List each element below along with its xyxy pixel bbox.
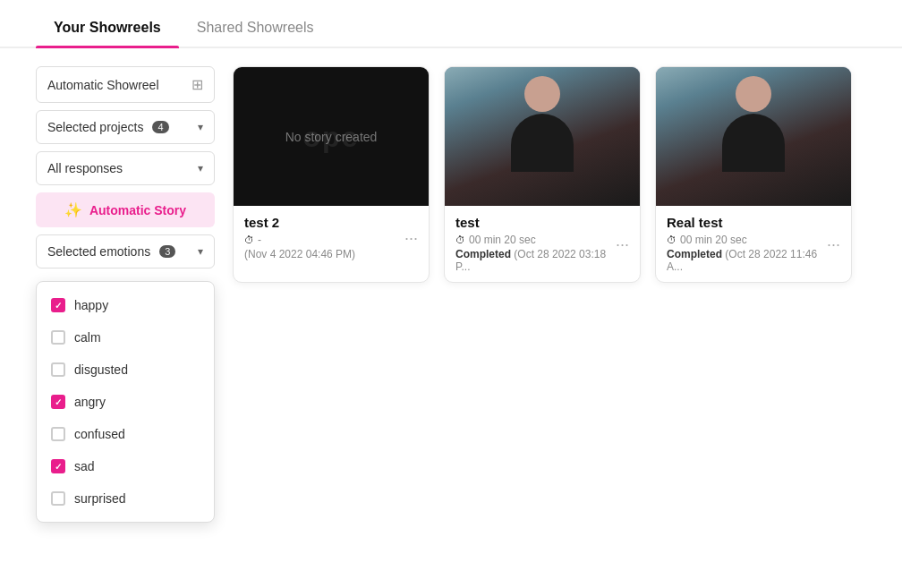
emotion-label-surprised: surprised: [74, 491, 126, 506]
chevron-down-icon: ▾: [198, 121, 203, 133]
card-meta-test: test ⏱ 00 min 20 sec Completed (Oct 28 2…: [455, 215, 629, 273]
chevron-down-icon-2: ▾: [198, 162, 203, 175]
main-layout: Automatic Showreel ⊞ Selected projects 4…: [0, 48, 902, 301]
person-head-test: [524, 76, 560, 112]
checkbox-surprised[interactable]: [51, 491, 65, 506]
checkbox-angry[interactable]: [51, 395, 65, 409]
selected-projects-left: Selected projects 4: [47, 120, 169, 134]
checkbox-happy[interactable]: [51, 298, 65, 312]
sidebar: Automatic Showreel ⊞ Selected projects 4…: [36, 66, 215, 283]
checkbox-disgusted[interactable]: [51, 362, 65, 377]
chart-icon: ⊞: [191, 76, 203, 93]
auto-story-label: Automatic Story: [89, 203, 186, 217]
chevron-down-icon-3: ▾: [198, 245, 203, 258]
emotion-item-happy[interactable]: happy: [37, 289, 214, 321]
emotion-item-disgusted[interactable]: disgusted: [37, 354, 214, 386]
card-time-test2: -: [258, 234, 261, 246]
auto-story-button[interactable]: ✨ Automatic Story: [36, 192, 215, 227]
card-title-realtest: Real test: [667, 215, 827, 230]
more-options-test2[interactable]: ···: [404, 230, 418, 246]
card-body-test: test ⏱ 00 min 20 sec Completed (Oct 28 2…: [445, 206, 640, 282]
cards-area: ope No story created test 2 ⏱ - (Nov 4 2…: [233, 66, 866, 283]
showreel-label: Automatic Showreel: [47, 78, 159, 92]
status-label-realtest: Completed: [667, 248, 722, 260]
card-meta-realtest: Real test ⏱ 00 min 20 sec Completed (Oct…: [667, 215, 840, 273]
emotion-item-surprised[interactable]: surprised: [37, 482, 214, 515]
emotion-item-calm[interactable]: calm: [37, 321, 214, 354]
emotion-item-angry[interactable]: angry: [37, 386, 214, 418]
card-time-row-realtest: ⏱ 00 min 20 sec: [667, 234, 827, 246]
tab-bar: Your Showreels Shared Showreels: [0, 9, 902, 48]
card-time-row-test2: ⏱ -: [244, 234, 355, 246]
selected-emotions-btn[interactable]: Selected emotions 3 ▾: [36, 234, 215, 268]
card-test: test ⏱ 00 min 20 sec Completed (Oct 28 2…: [444, 66, 641, 283]
showreel-selector[interactable]: Automatic Showreel ⊞: [36, 66, 215, 103]
card-time-test: 00 min 20 sec: [469, 234, 536, 246]
checkbox-sad[interactable]: [51, 459, 65, 473]
all-responses-label: All responses: [47, 161, 123, 175]
emotion-label-sad: sad: [74, 459, 95, 473]
card-realtest: Real test ⏱ 00 min 20 sec Completed (Oct…: [655, 66, 852, 283]
emotions-dropdown: happy calm disgusted angry confused sad: [36, 281, 215, 523]
person-body-realtest: [722, 114, 785, 172]
selected-projects-label: Selected projects: [47, 120, 143, 134]
card-info-test2: test 2 ⏱ - (Nov 4 2022 04:46 PM): [244, 215, 355, 260]
card-time-realtest: 00 min 20 sec: [680, 234, 747, 246]
card-meta-test2: test 2 ⏱ - (Nov 4 2022 04:46 PM) ···: [244, 215, 418, 260]
selected-projects-badge: 4: [152, 121, 168, 133]
all-responses-btn[interactable]: All responses ▾: [36, 151, 215, 185]
card-title-test: test: [455, 215, 616, 230]
card-info-realtest: Real test ⏱ 00 min 20 sec Completed (Oct…: [667, 215, 827, 273]
selected-emotions-label: Selected emotions: [47, 244, 150, 259]
wand-icon: ✨: [64, 201, 82, 218]
emotion-label-calm: calm: [74, 330, 101, 345]
card-title-test2: test 2: [244, 215, 355, 230]
tab-shared-showreels[interactable]: Shared Showreels: [179, 9, 332, 47]
person-silhouette-realtest: [722, 76, 785, 166]
selected-emotions-left: Selected emotions 3: [47, 244, 175, 259]
emotion-label-disgusted: disgusted: [74, 362, 128, 377]
emotion-label-happy: happy: [74, 298, 108, 312]
checkbox-confused[interactable]: [51, 427, 65, 441]
emotion-label-angry: angry: [74, 395, 106, 409]
clock-icon-test2: ⏱: [244, 234, 254, 245]
card-body-realtest: Real test ⏱ 00 min 20 sec Completed (Oct…: [656, 206, 851, 282]
card-body-test2: test 2 ⏱ - (Nov 4 2022 04:46 PM) ···: [234, 206, 429, 269]
status-label-test: Completed: [455, 248, 511, 260]
card-status-test: Completed (Oct 28 2022 03:18 P...: [455, 248, 616, 273]
emotion-label-confused: confused: [74, 427, 125, 441]
tab-your-showreels[interactable]: Your Showreels: [36, 9, 179, 47]
more-options-test[interactable]: ···: [616, 236, 629, 252]
checkbox-calm[interactable]: [51, 330, 65, 345]
card-time-row-test: ⏱ 00 min 20 sec: [455, 234, 616, 246]
watermark: ope: [303, 120, 360, 153]
selected-emotions-badge: 3: [159, 245, 175, 258]
more-options-realtest[interactable]: ···: [827, 236, 840, 252]
card-thumb-test2: ope No story created: [234, 67, 429, 206]
person-head-realtest: [736, 76, 771, 112]
card-test2: ope No story created test 2 ⏱ - (Nov 4 2…: [233, 66, 430, 283]
emotion-item-sad[interactable]: sad: [37, 450, 214, 482]
card-thumb-realtest: [656, 67, 851, 206]
clock-icon-realtest: ⏱: [667, 234, 676, 245]
emotion-item-confused[interactable]: confused: [37, 418, 214, 450]
person-body-test: [511, 114, 574, 172]
card-thumb-test: [445, 67, 640, 206]
clock-icon-test: ⏱: [455, 234, 465, 245]
card-status-realtest: Completed (Oct 28 2022 11:46 A...: [667, 248, 827, 273]
person-silhouette-test: [511, 76, 574, 166]
card-info-test: test ⏱ 00 min 20 sec Completed (Oct 28 2…: [455, 215, 616, 273]
selected-projects-btn[interactable]: Selected projects 4 ▾: [36, 110, 215, 144]
card-date-test2: (Nov 4 2022 04:46 PM): [244, 248, 355, 260]
tabs-container: Your Showreels Shared Showreels: [0, 9, 902, 48]
